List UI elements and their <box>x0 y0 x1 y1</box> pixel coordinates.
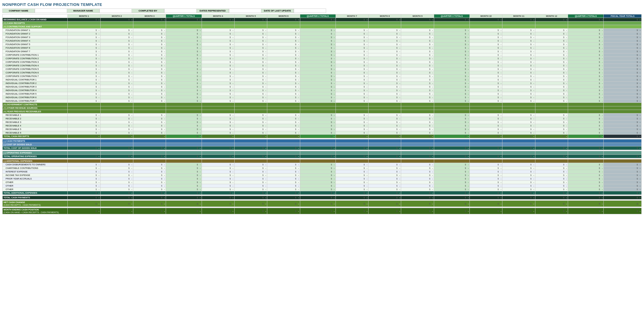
quarter-cell[interactable]: $ - <box>434 36 469 39</box>
month-cell[interactable]: $ - <box>401 124 434 128</box>
month-cell[interactable]: $ - <box>502 166 535 170</box>
quarter-cell[interactable]: $ - <box>300 53 336 57</box>
month-cell[interactable]: $ - <box>369 174 401 177</box>
month-cell[interactable]: $ - <box>470 67 502 71</box>
month-cell[interactable]: $ - <box>100 196 133 200</box>
month-cell[interactable]: $ - <box>234 60 267 64</box>
month-cell[interactable]: $ - <box>502 85 535 89</box>
quarter-cell[interactable]: $ - <box>300 89 336 92</box>
month-cell[interactable]: $ - <box>502 201 535 207</box>
quarter-cell[interactable]: $ - <box>568 78 604 82</box>
month-cell[interactable]: $ - <box>100 18 133 22</box>
month-cell[interactable]: $ - <box>202 121 234 124</box>
quarter-cell[interactable]: $ - <box>568 191 604 195</box>
month-cell[interactable]: $ - <box>267 166 300 170</box>
month-cell[interactable]: $ - <box>369 32 401 36</box>
month-cell[interactable]: $ - <box>336 32 368 36</box>
quarter-cell[interactable]: $ - <box>434 67 469 71</box>
month-cell[interactable]: $ - <box>202 46 234 50</box>
month-cell[interactable]: $ - <box>535 57 568 60</box>
month-cell[interactable]: $ - <box>267 57 300 60</box>
month-cell[interactable]: $ - <box>535 163 568 166</box>
quarter-cell[interactable]: $ - <box>568 96 604 99</box>
month-cell[interactable]: $ - <box>336 85 368 89</box>
month-cell[interactable]: $ - <box>470 32 502 36</box>
month-cell[interactable]: $ - <box>535 128 568 131</box>
month-cell[interactable]: $ - <box>336 196 368 200</box>
fiscal-cell[interactable]: $ - <box>604 36 642 39</box>
month-cell[interactable]: $ - <box>470 191 502 195</box>
quarter-cell[interactable]: $ - <box>568 89 604 92</box>
month-cell[interactable]: $ - <box>502 18 535 22</box>
month-cell[interactable]: $ - <box>202 82 234 85</box>
month-cell[interactable]: $ - <box>133 46 166 50</box>
month-cell[interactable]: $ - <box>336 60 368 64</box>
month-cell[interactable]: $ - <box>369 131 401 135</box>
quarter-cell[interactable]: $ - <box>434 163 469 166</box>
fiscal-cell[interactable]: $ - <box>604 128 642 131</box>
quarter-cell[interactable]: $ - <box>434 39 469 43</box>
month-cell[interactable]: $ - <box>535 18 568 22</box>
company-name-value[interactable] <box>35 9 67 13</box>
quarter-cell[interactable]: $ - <box>166 82 202 85</box>
month-cell[interactable]: $ - <box>502 208 535 214</box>
quarter-cell[interactable]: $ - <box>300 124 336 128</box>
quarter-cell[interactable]: $ - <box>434 184 469 188</box>
quarter-cell[interactable]: $ - <box>434 135 469 138</box>
month-cell[interactable]: $ - <box>535 121 568 124</box>
month-cell[interactable]: $ - <box>133 39 166 43</box>
fiscal-cell[interactable]: $ - <box>604 39 642 43</box>
quarter-cell[interactable]: $ - <box>166 135 202 138</box>
month-cell[interactable]: $ - <box>535 191 568 195</box>
month-cell[interactable]: $ - <box>133 146 166 150</box>
quarter-cell[interactable]: $ - <box>300 71 336 75</box>
month-cell[interactable]: $ - <box>202 36 234 39</box>
month-cell[interactable]: $ - <box>369 188 401 191</box>
month-cell[interactable]: $ - <box>100 174 133 177</box>
quarter-cell[interactable]: $ - <box>434 92 469 96</box>
month-cell[interactable]: $ - <box>68 131 100 135</box>
quarter-cell[interactable]: $ - <box>166 131 202 135</box>
month-cell[interactable]: $ - <box>369 18 401 22</box>
quarter-cell[interactable]: $ - <box>166 39 202 43</box>
month-cell[interactable]: $ - <box>470 71 502 75</box>
month-cell[interactable]: $ - <box>133 181 166 184</box>
month-cell[interactable]: $ - <box>202 170 234 174</box>
month-cell[interactable]: $ - <box>202 191 234 195</box>
quarter-cell[interactable]: $ - <box>300 39 336 43</box>
month-cell[interactable]: $ - <box>202 166 234 170</box>
quarter-cell[interactable]: $ - <box>568 163 604 166</box>
month-cell[interactable]: $ - <box>535 78 568 82</box>
month-cell[interactable]: $ - <box>401 117 434 121</box>
month-cell[interactable]: $ - <box>401 46 434 50</box>
month-cell[interactable]: $ - <box>267 201 300 207</box>
month-cell[interactable]: $ - <box>502 43 535 46</box>
month-cell[interactable]: $ - <box>502 78 535 82</box>
quarter-cell[interactable]: $ - <box>300 128 336 131</box>
month-cell[interactable]: $ - <box>133 89 166 92</box>
month-cell[interactable]: $ - <box>535 89 568 92</box>
quarter-cell[interactable]: $ - <box>166 155 202 158</box>
month-cell[interactable]: $ - <box>202 188 234 191</box>
month-cell[interactable]: $ - <box>68 163 100 166</box>
quarter-cell[interactable]: $ - <box>434 128 469 131</box>
month-cell[interactable]: $ - <box>100 85 133 89</box>
month-cell[interactable]: $ - <box>68 36 100 39</box>
fiscal-cell[interactable]: $ - <box>604 43 642 46</box>
quarter-cell[interactable]: $ - <box>434 188 469 191</box>
month-cell[interactable]: $ - <box>369 191 401 195</box>
month-cell[interactable]: $ - <box>68 208 100 214</box>
quarter-cell[interactable]: $ - <box>166 146 202 150</box>
month-cell[interactable]: $ - <box>336 131 368 135</box>
month-cell[interactable]: $ - <box>234 92 267 96</box>
quarter-cell[interactable]: $ - <box>568 75 604 78</box>
month-cell[interactable]: $ - <box>470 96 502 99</box>
month-cell[interactable]: $ - <box>100 146 133 150</box>
month-cell[interactable]: $ - <box>401 121 434 124</box>
month-cell[interactable]: $ - <box>133 36 166 39</box>
month-cell[interactable]: $ - <box>502 39 535 43</box>
fiscal-cell[interactable]: $ - <box>604 117 642 121</box>
month-cell[interactable]: $ - <box>68 67 100 71</box>
month-cell[interactable]: $ - <box>369 78 401 82</box>
month-cell[interactable]: $ - <box>470 170 502 174</box>
